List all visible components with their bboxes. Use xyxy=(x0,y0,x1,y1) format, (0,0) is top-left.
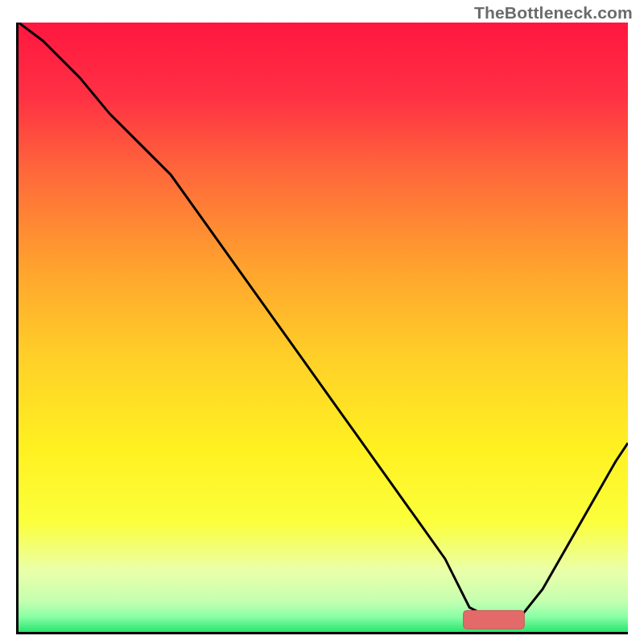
svg-rect-0 xyxy=(19,23,628,632)
watermark-text: TheBottleneck.com xyxy=(474,3,633,23)
background-gradient xyxy=(19,23,628,632)
plot-area xyxy=(16,23,628,634)
chart-stage: TheBottleneck.com xyxy=(0,0,644,644)
